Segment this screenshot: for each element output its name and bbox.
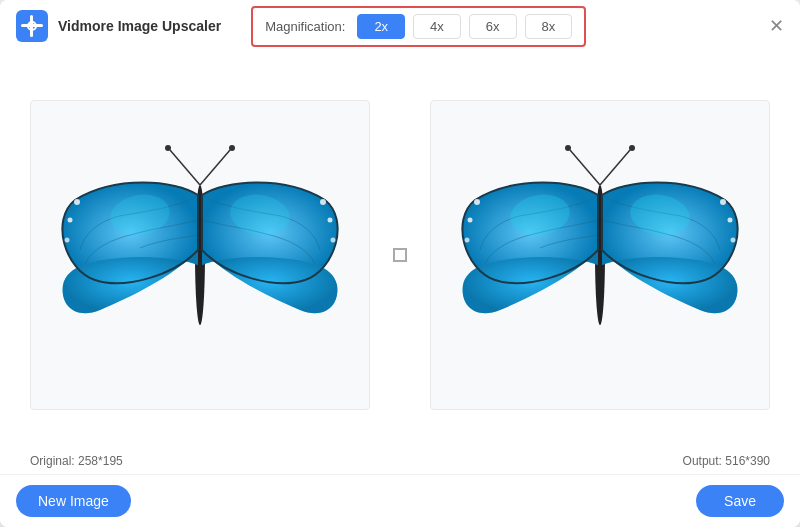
original-dimensions: Original: 258*195 bbox=[30, 454, 123, 468]
svg-rect-2 bbox=[30, 15, 33, 37]
svg-point-22 bbox=[474, 199, 480, 205]
svg-point-20 bbox=[565, 145, 571, 151]
output-butterfly-image bbox=[455, 120, 745, 390]
original-image-panel bbox=[15, 100, 385, 410]
original-butterfly-image bbox=[55, 120, 345, 390]
output-dimensions: Output: 516*390 bbox=[683, 454, 770, 468]
mag-btn-4x[interactable]: 4x bbox=[413, 14, 461, 39]
compare-box bbox=[393, 248, 407, 262]
magnification-label: Magnification: bbox=[265, 19, 345, 34]
original-image-container bbox=[30, 100, 370, 410]
svg-point-13 bbox=[328, 218, 333, 223]
svg-point-24 bbox=[465, 238, 470, 243]
svg-line-19 bbox=[600, 150, 630, 185]
svg-point-26 bbox=[728, 218, 733, 223]
content-area bbox=[0, 52, 800, 448]
new-image-button[interactable]: New Image bbox=[16, 485, 131, 517]
mag-btn-2x[interactable]: 2x bbox=[357, 14, 405, 39]
svg-point-12 bbox=[320, 199, 326, 205]
mag-btn-6x[interactable]: 6x bbox=[469, 14, 517, 39]
svg-point-21 bbox=[629, 145, 635, 151]
svg-line-18 bbox=[570, 150, 600, 185]
svg-point-25 bbox=[720, 199, 726, 205]
info-bar: Original: 258*195 Output: 516*390 bbox=[0, 448, 800, 474]
svg-line-6 bbox=[200, 150, 230, 185]
bottom-bar: New Image Save bbox=[0, 474, 800, 527]
svg-point-9 bbox=[74, 199, 80, 205]
svg-point-8 bbox=[229, 145, 235, 151]
mag-btn-8x[interactable]: 8x bbox=[525, 14, 573, 39]
close-button[interactable]: ✕ bbox=[769, 17, 784, 35]
svg-point-23 bbox=[468, 218, 473, 223]
svg-point-11 bbox=[65, 238, 70, 243]
app-title: Vidmore Image Upscaler bbox=[58, 18, 221, 34]
app-window: Vidmore Image Upscaler Magnification: 2x… bbox=[0, 0, 800, 527]
svg-point-27 bbox=[731, 238, 736, 243]
svg-point-10 bbox=[68, 218, 73, 223]
magnification-area: Magnification: 2x 4x 6x 8x bbox=[251, 6, 586, 47]
app-logo bbox=[16, 10, 48, 42]
svg-point-14 bbox=[331, 238, 336, 243]
title-bar: Vidmore Image Upscaler Magnification: 2x… bbox=[0, 0, 800, 52]
output-image-container bbox=[430, 100, 770, 410]
divider bbox=[385, 248, 415, 262]
svg-point-7 bbox=[165, 145, 171, 151]
save-button[interactable]: Save bbox=[696, 485, 784, 517]
svg-line-5 bbox=[170, 150, 200, 185]
output-image-panel bbox=[415, 100, 785, 410]
